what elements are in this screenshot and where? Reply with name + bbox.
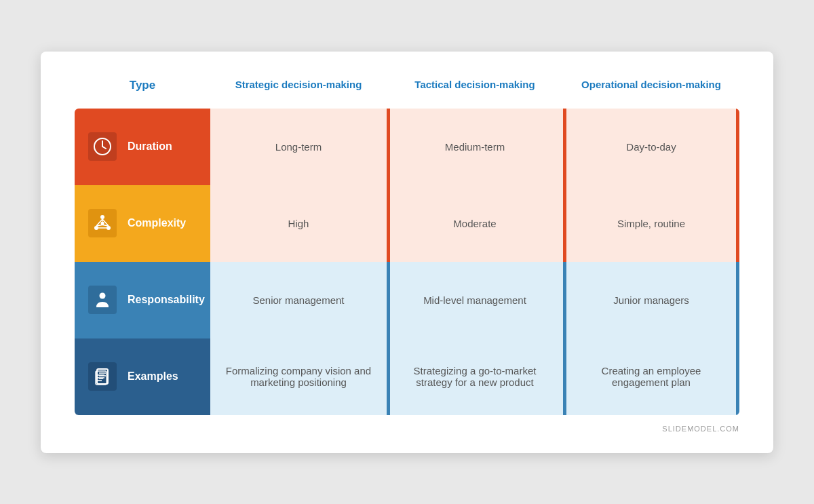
network-icon [88, 209, 117, 237]
person-icon [88, 286, 117, 314]
table-body: Duration [75, 109, 739, 415]
svg-line-2 [102, 147, 106, 149]
examples-label-cell: Examples [75, 338, 210, 415]
complexity-label-text: Complexity [128, 217, 186, 229]
operational-responsibility-cell: Junior managers [563, 262, 739, 338]
col3-header: Operational decision-making [563, 79, 739, 98]
tactical-responsibility-cell: Mid-level management [387, 262, 563, 338]
tactical-bottom-accent [387, 262, 390, 415]
responsibility-label-cell: Responsability [75, 262, 210, 338]
strategic-responsibility-cell: Senior management [210, 262, 387, 338]
strategic-duration-cell: Long-term [210, 109, 387, 185]
clock-icon [88, 132, 117, 161]
col2-header: Tactical decision-making [387, 79, 563, 98]
svg-point-3 [100, 215, 104, 219]
tactical-top-accent [387, 109, 390, 262]
header-row: Type Strategic decision-making Tactical … [75, 79, 739, 98]
col1-header: Strategic decision-making [210, 79, 387, 98]
operational-duration-cell: Day-to-day [563, 109, 739, 185]
responsibility-label-text: Responsability [128, 294, 205, 306]
tactical-column: Medium-term Moderate Mid-level managemen… [387, 109, 563, 415]
strategic-column: Long-term High Senior management Formali… [210, 109, 387, 415]
operational-top-accent [563, 109, 566, 262]
operational-bottom-accent [563, 262, 566, 415]
type-header: Type [75, 79, 210, 98]
slide: Type Strategic decision-making Tactical … [41, 52, 773, 453]
document-icon [88, 362, 117, 391]
tactical-complexity-cell: Moderate [387, 185, 563, 262]
operational-complexity-cell: Simple, routine [563, 185, 739, 262]
duration-label-text: Duration [128, 140, 172, 153]
operational-column: Day-to-day Simple, routine Junior manage… [563, 109, 739, 415]
examples-label-text: Examples [128, 370, 178, 383]
tactical-duration-cell: Medium-term [387, 109, 563, 185]
svg-point-9 [101, 222, 104, 225]
watermark: SLIDEMODEL.COM [75, 425, 739, 433]
operational-examples-cell: Creating an employee engagement plan [563, 338, 739, 415]
strategic-complexity-cell: High [210, 185, 387, 262]
duration-label-cell: Duration [75, 109, 210, 185]
label-column: Duration [75, 109, 210, 415]
tactical-examples-cell: Strategizing a go-to-market strategy for… [387, 338, 563, 415]
complexity-label-cell: Complexity [75, 185, 210, 262]
operational-right-top-accent [736, 109, 739, 262]
strategic-examples-cell: Formalizing company vision and marketing… [210, 338, 387, 415]
svg-point-13 [100, 293, 106, 299]
operational-right-bottom-accent [736, 262, 739, 415]
